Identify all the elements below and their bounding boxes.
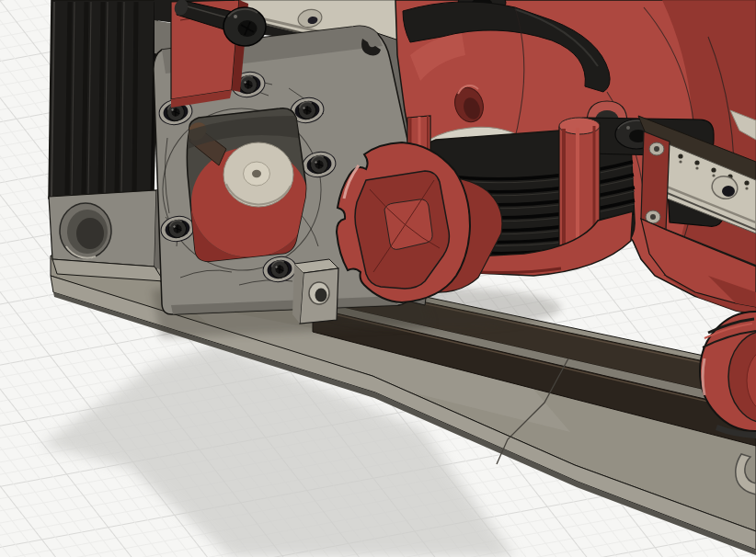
- belt-tensioner-block[interactable]: [292, 259, 338, 324]
- rotor-window[interactable]: [184, 108, 309, 267]
- bracket-screw[interactable]: [649, 142, 664, 155]
- tensioner-hole-bore: [315, 289, 327, 302]
- knob-boss: [384, 199, 432, 250]
- foot-bore-hole[interactable]: [60, 203, 111, 258]
- frame-column-extrusion[interactable]: [49, 0, 158, 199]
- hub-slot: [252, 170, 261, 177]
- cad-viewport[interactable]: [0, 0, 756, 557]
